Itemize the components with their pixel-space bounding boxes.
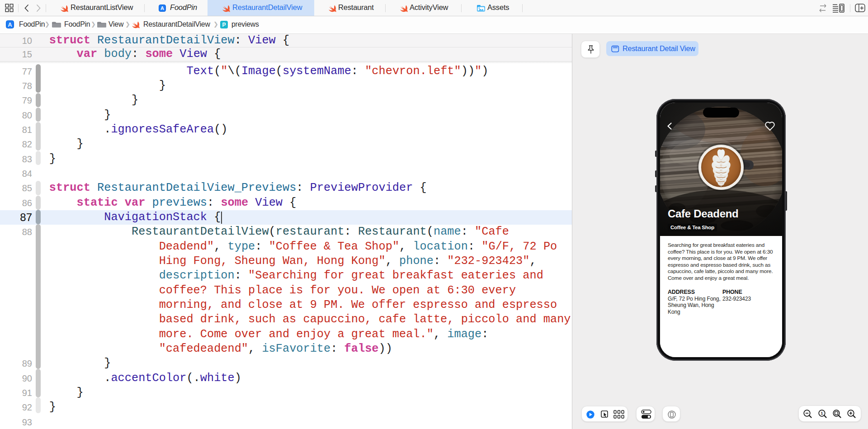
svg-text:A: A [8,22,12,28]
svg-text:1: 1 [821,410,823,415]
svg-text:A: A [160,5,164,11]
svg-text:P: P [222,22,226,28]
